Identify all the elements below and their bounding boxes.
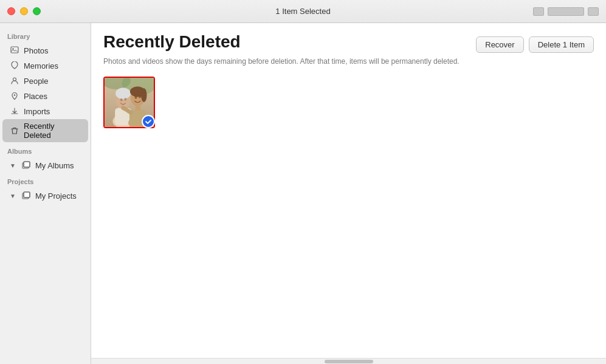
zoom-slider[interactable]	[548, 7, 584, 16]
sidebar-item-people[interactable]: People	[2, 74, 88, 88]
sidebar-item-places[interactable]: Places	[2, 89, 88, 103]
photos-label: Photos	[24, 46, 48, 55]
delete-button[interactable]: Delete 1 Item	[529, 36, 594, 53]
trash-icon	[10, 126, 19, 136]
imports-icon	[10, 106, 19, 116]
close-button[interactable]	[7, 7, 15, 15]
window-controls-right	[533, 7, 599, 16]
svg-rect-5	[24, 162, 30, 167]
photo-grid	[103, 77, 594, 128]
photos-icon	[10, 46, 19, 55]
svg-point-1	[12, 48, 13, 49]
projects-section-label: Projects	[0, 173, 91, 188]
sidebar-toggle[interactable]	[533, 7, 544, 16]
people-label: People	[24, 77, 48, 86]
recover-button[interactable]: Recover	[476, 36, 523, 53]
svg-point-3	[14, 94, 15, 95]
content-header: Recently Deleted Recover Delete 1 Item	[91, 23, 606, 53]
albums-icon	[21, 160, 31, 170]
content-body	[91, 74, 606, 358]
header-buttons: Recover Delete 1 Item	[476, 33, 594, 53]
scroll-track[interactable]	[91, 358, 606, 364]
maximize-button[interactable]	[33, 7, 41, 15]
sidebar-item-memories[interactable]: Memories	[2, 58, 88, 73]
memories-icon	[10, 61, 19, 70]
library-section-label: Library	[0, 28, 91, 43]
photo-item[interactable]	[103, 77, 155, 128]
my-projects-label: My Projects	[35, 191, 77, 201]
projects-collapse-arrow: ▼	[10, 193, 16, 199]
svg-rect-8	[24, 192, 30, 197]
recently-deleted-label: Recently Deleted	[24, 122, 81, 140]
content-subtitle: Photos and videos show the days remainin…	[91, 53, 606, 74]
sidebar-item-recently-deleted[interactable]: Recently Deleted	[2, 119, 88, 142]
fullscreen-toggle[interactable]	[588, 7, 599, 16]
selection-badge	[142, 115, 155, 128]
content-area: Recently Deleted Recover Delete 1 Item P…	[91, 23, 606, 364]
sidebar-item-my-projects[interactable]: ▼ My Projects	[2, 188, 88, 203]
svg-point-19	[124, 98, 126, 101]
main-layout: Library Photos Memories	[0, 23, 606, 364]
titlebar: 1 Item Selected	[0, 0, 606, 23]
window-title: 1 Item Selected	[275, 7, 330, 16]
sidebar-item-photos[interactable]: Photos	[2, 43, 88, 58]
sidebar-item-my-albums[interactable]: ▼ My Albums	[2, 158, 88, 173]
minimize-button[interactable]	[20, 7, 28, 15]
svg-point-2	[13, 78, 16, 81]
svg-point-26	[135, 96, 137, 99]
places-label: Places	[24, 92, 47, 101]
albums-section-label: Albums	[0, 143, 91, 157]
projects-icon	[21, 191, 31, 201]
page-title: Recently Deleted	[103, 33, 241, 52]
svg-point-17	[115, 88, 131, 99]
sidebar: Library Photos Memories	[0, 23, 91, 364]
albums-collapse-arrow: ▼	[10, 162, 16, 169]
people-icon	[10, 76, 19, 86]
svg-point-18	[120, 98, 123, 101]
scroll-thumb[interactable]	[325, 360, 373, 363]
places-icon	[10, 91, 19, 101]
memories-label: Memories	[24, 61, 58, 70]
svg-rect-0	[11, 47, 18, 53]
traffic-lights	[7, 7, 41, 15]
imports-label: Imports	[24, 107, 50, 116]
my-albums-label: My Albums	[35, 161, 74, 170]
sidebar-item-imports[interactable]: Imports	[2, 104, 88, 118]
svg-point-27	[139, 95, 141, 98]
svg-point-25	[141, 88, 147, 102]
